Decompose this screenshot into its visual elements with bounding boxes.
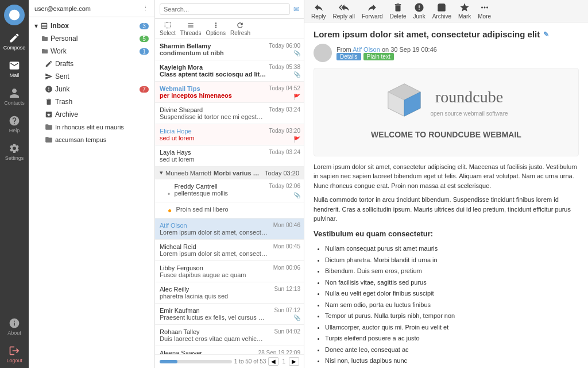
msg-flag-icon: 🚩: [293, 136, 300, 143]
toolbar-reply-all[interactable]: Reply all: [333, 2, 355, 20]
pagination-controls[interactable]: ◀ 1 ▶: [268, 357, 299, 366]
inbox-expand-icon: ▾: [34, 22, 38, 30]
list-item[interactable]: Micheal Reid Lorem ipsum dolor sit amet,…: [155, 240, 304, 261]
list-item: Nullam consequat purus sit amet mauris: [325, 244, 579, 254]
sidebar-item-mail[interactable]: Mail: [0, 55, 29, 83]
search-compose-icon[interactable]: ✉: [293, 5, 299, 13]
reading-toolbar: Reply Reply all Forward Delete Junk Arch…: [304, 0, 588, 22]
thread-expand-icon: ▾: [160, 169, 163, 177]
plain-text-link[interactable]: Plain text: [363, 53, 394, 60]
folder-personal-badge: 5: [140, 36, 149, 42]
folder-in-rhoncus[interactable]: In rhoncus elit eu mauris: [29, 121, 154, 133]
list-item[interactable]: Rohaan Talley Duis laoreet eros vitae qu…: [155, 325, 304, 346]
msg-time: Mon 00:45: [273, 243, 300, 250]
list-item: Donec ante leo, consequat ac: [325, 345, 579, 355]
toolbar-options-label: Options: [206, 30, 225, 36]
folder-trash[interactable]: Trash: [29, 95, 154, 108]
folder-archive[interactable]: Archive: [29, 108, 154, 121]
from-name-link[interactable]: Atif Olson: [353, 46, 380, 53]
folder-accumsan[interactable]: accumsan tempus: [29, 133, 154, 146]
list-item[interactable]: Aleena Sawyer Aenean lobortis, nibh at f…: [155, 346, 304, 354]
msg-subject: sed ut lorem: [160, 156, 263, 163]
thread-time: Today 03:20: [265, 170, 299, 177]
toolbar-forward[interactable]: Forward: [362, 2, 383, 20]
msg-subject: Lorem ipsum dolor sit amet, consectetur …: [160, 250, 269, 257]
toolbar-junk[interactable]: Junk: [413, 2, 425, 20]
list-item: Non facilisis vitae, sagittis sed purus: [325, 278, 579, 288]
msg-subject: condimentum ut nibh: [160, 49, 263, 56]
search-bar: ✉: [155, 0, 304, 19]
sidebar-item-about[interactable]: About: [0, 313, 29, 340]
msg-time: Sun 07:12: [274, 307, 300, 313]
toolbar-refresh-label: Refresh: [230, 30, 250, 36]
mail-panel: user@example.com ⋮ ▾ Inbox 3 Personal 5 …: [29, 0, 155, 368]
list-item[interactable]: Atif Olson Lorem ipsum dolor sit amet, c…: [155, 218, 304, 240]
mail-header-menu-icon[interactable]: ⋮: [142, 5, 149, 12]
folder-work-label: Work: [51, 47, 67, 55]
folder-junk[interactable]: Junk 7: [29, 83, 154, 95]
thread-group-header[interactable]: ▾ Muneeb Marriott Morbi varius nunc sit …: [155, 167, 304, 179]
folder-in-rhoncus-label: In rhoncus elit eu mauris: [55, 124, 124, 131]
msg-attach-icon: 📎: [293, 50, 300, 56]
folder-inbox[interactable]: ▾ Inbox 3: [29, 20, 154, 32]
message-list-footer: 1 to 50 of 53 ◀ 1 ▶: [155, 354, 304, 368]
folder-personal[interactable]: Personal 5: [29, 32, 154, 45]
details-link[interactable]: Details: [336, 53, 361, 60]
email-body: roundcube open source webmail software W…: [314, 68, 579, 368]
pagination-next[interactable]: ▶: [289, 357, 299, 366]
toolbar-options[interactable]: Options: [206, 21, 225, 36]
folder-personal-label: Personal: [51, 34, 78, 43]
list-item[interactable]: Layla Hays sed ut lorem Today 03:24: [155, 145, 304, 167]
toolbar-reply[interactable]: Reply: [311, 2, 326, 20]
list-item[interactable]: Divine Shepard Suspendisse id tortor nec…: [155, 103, 304, 124]
message-list-toolbar: Select Threads Options Refresh: [155, 19, 304, 39]
list-item[interactable]: Alec Reilly pharetra lacinia quis sed Su…: [155, 282, 304, 304]
folder-drafts[interactable]: Drafts: [29, 57, 154, 70]
message-list: Sharmin Bellamy condimentum ut nibh Toda…: [155, 39, 304, 354]
sidebar-item-settings[interactable]: Settings: [0, 138, 29, 166]
folder-work-badge: 1: [140, 48, 149, 55]
msg-subject: Suspendisse id tortor nec mi egestas con…: [160, 113, 263, 120]
email-meta: From Atif Olson on 30 Sep 19 00:46 Detai…: [314, 44, 579, 62]
msg-subject: Proin sed mi libero: [176, 206, 229, 213]
toolbar-refresh[interactable]: Refresh: [230, 21, 250, 36]
toolbar-archive[interactable]: Archive: [432, 2, 451, 20]
list-item[interactable]: • Freddy Cantrell pellentesque mollis To…: [155, 179, 304, 202]
msg-sender: Freddy Cantrell: [175, 183, 229, 190]
email-subject: Lorem ipsum dolor sit amet, consectetur …: [314, 29, 579, 39]
search-input[interactable]: [160, 3, 290, 15]
folder-work[interactable]: Work 1: [29, 45, 154, 57]
list-item[interactable]: Libby Ferguson Fusce dapibus augue ac qu…: [155, 261, 304, 282]
list-item: Nam sem odio, porta eu luctus finibus: [325, 300, 579, 310]
msg-attach-icon: 📎: [293, 71, 300, 78]
toolbar-mark[interactable]: Mark: [458, 2, 471, 20]
sidebar-item-help[interactable]: Help: [0, 110, 29, 138]
toolbar-select[interactable]: Select: [160, 21, 176, 36]
email-body-para2: Nulla commodo tortor in arcu tincidunt b…: [314, 195, 579, 224]
subject-edit-icon[interactable]: ✎: [543, 30, 549, 39]
list-item[interactable]: Kayleigh Mora Class aptent taciti socios…: [155, 60, 304, 82]
list-item[interactable]: Emir Kaufman Praesent luctus ex felis, v…: [155, 304, 304, 325]
toolbar-more[interactable]: More: [478, 2, 491, 20]
folder-sent-label: Sent: [55, 72, 69, 80]
list-item: Tempor ut purus. Nulla turpis nibh, temp…: [325, 311, 579, 321]
msg-time: Today 03:24: [269, 149, 301, 155]
pagination-page: 1: [280, 358, 288, 365]
msg-subject: Lorem ipsum dolor sit amet, consectetur …: [160, 229, 269, 236]
list-item[interactable]: Sharmin Bellamy condimentum ut nibh Toda…: [155, 39, 304, 60]
toolbar-threads[interactable]: Threads: [180, 21, 202, 36]
roundcube-logo-text: roundcube: [430, 85, 508, 109]
list-item: Ullamcorper, auctor quis mi. Proin eu ve…: [325, 323, 579, 332]
thread-subject: Morbi varius nunc sit amet eros: [214, 170, 262, 177]
list-item[interactable]: Elicia Hope sed ut lorem Today 03:20 🚩: [155, 124, 304, 145]
toolbar-delete[interactable]: Delete: [390, 2, 407, 20]
sidebar-item-compose[interactable]: Compose: [0, 28, 29, 55]
list-item[interactable]: ● Proin sed mi libero: [155, 202, 304, 218]
avatar: [314, 44, 332, 62]
list-item[interactable]: Webmail Tips per inceptos himenaeos Toda…: [155, 82, 304, 103]
pagination-info: 1 to 50 of 53: [234, 358, 266, 365]
folder-sent[interactable]: Sent: [29, 70, 154, 83]
sidebar-item-contacts[interactable]: Contacts: [0, 83, 29, 110]
pagination-prev[interactable]: ◀: [268, 357, 278, 366]
sidebar-item-logout[interactable]: Logout: [0, 340, 29, 368]
